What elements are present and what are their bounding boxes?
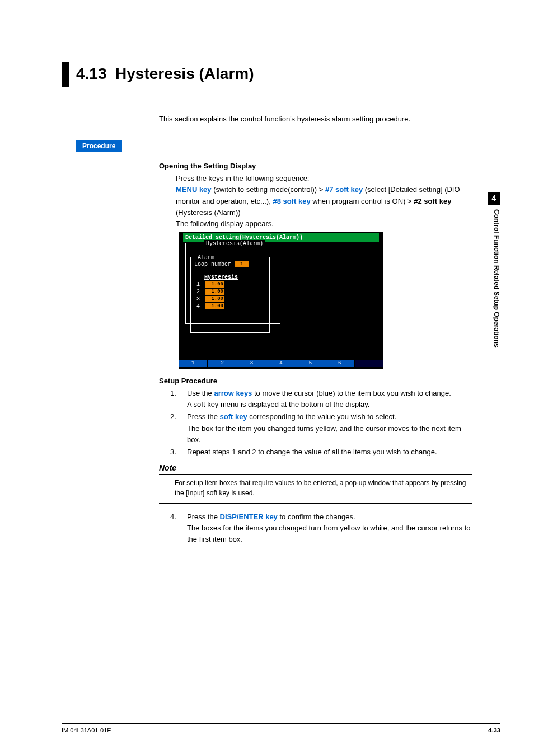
key-sequence: MENU key (switch to setting mode(control… [176, 184, 472, 218]
note-label-text: Note [159, 463, 176, 472]
intro-text: This section explains the control functi… [159, 114, 472, 125]
fig-softkey: 6 [325, 360, 354, 367]
footer-page-number: 4-33 [488, 727, 500, 734]
seq-text-1: (switch to setting mode(control)) > [212, 185, 325, 194]
step-4-pre: Press the [187, 513, 220, 521]
steps-list: 1.Use the arrow keys to move the cursor … [170, 388, 472, 458]
menu-key: MENU key [176, 185, 212, 194]
body-content: This section explains the control functi… [159, 114, 472, 125]
step-item: 2.Press the soft key corresponding to th… [170, 411, 472, 445]
seq-text-3: when program control is ON) > [311, 197, 414, 205]
settings-screenshot: Detailed setting(Hysteresis(Alarm)) Hyst… [179, 232, 383, 369]
fig-loop-value: 1 [235, 261, 249, 268]
step-num: 1. [170, 388, 187, 410]
fig-softkey: 3 [237, 360, 266, 367]
fig-hyst-header: Hysteresis [204, 274, 266, 281]
step-num: 3. [170, 447, 187, 458]
fig-hyst-rows: 11.0021.0031.0041.00 [194, 281, 266, 310]
softkey-7: #7 soft key [325, 185, 363, 194]
fig-hyst-row: 21.00 [196, 288, 266, 295]
fig-legend: Hysteresis(Alarm) [204, 240, 265, 248]
fig-softkey: 2 [208, 360, 237, 367]
footer-doc-id: IM 04L31A01-01E [62, 727, 111, 734]
fig-outer-box: Hysteresis(Alarm) Alarm Loop number 1 Hy… [185, 243, 280, 324]
step-item: 3.Repeat steps 1 and 2 to change the val… [170, 447, 472, 458]
step-4-num: 4. [170, 511, 187, 545]
softkey-8: #8 soft key [273, 197, 310, 205]
fig-alarm-box: Alarm Loop number 1 Hysteresis 11.0021.0… [190, 257, 270, 333]
step-text: Use the arrow keys to move the cursor (b… [187, 388, 472, 410]
fig-softkey: 5 [296, 360, 325, 367]
page-footer: IM 04L31A01-01E 4-33 [62, 723, 500, 734]
fig-loop-row: Loop number 1 [194, 261, 266, 268]
opening-intro: Press the keys in the following sequence… [176, 173, 472, 184]
section-title: 4.13 Hysteresis (Alarm) [76, 62, 254, 87]
fig-hyst-row: 41.00 [196, 303, 266, 310]
section-number: 4.13 [76, 65, 107, 82]
fig-softkey [355, 360, 383, 367]
note-block: For setup item boxes that require values… [159, 474, 472, 504]
fig-hyst-row: 11.00 [196, 281, 266, 288]
section-header: 4.13 Hysteresis (Alarm) [62, 62, 500, 88]
following-display-text: The following display appears. [176, 218, 472, 229]
step-4-post: to confirm the changes. [278, 513, 355, 521]
header-accent-bar [62, 62, 69, 87]
fig-alarm-legend: Alarm [195, 254, 217, 261]
step-4-text: Press the DISP/ENTER key to confirm the … [187, 511, 472, 545]
disp-enter-key: DISP/ENTER key [220, 513, 278, 521]
step-text: Press the soft key corresponding to the … [187, 411, 472, 445]
steps-list-continued: 4. Press the DISP/ENTER key to confirm t… [170, 511, 472, 545]
step-4-extra: The boxes for the items you changed turn… [187, 524, 471, 543]
fig-loop-label: Loop number [194, 261, 231, 268]
step-num: 2. [170, 411, 187, 445]
page-content: 4.13 Hysteresis (Alarm) This section exp… [0, 0, 534, 756]
fig-hyst-row: 31.00 [196, 295, 266, 303]
note-label: Note [159, 462, 472, 475]
step-4: 4. Press the DISP/ENTER key to confirm t… [170, 511, 472, 545]
setup-heading: Setup Procedure [159, 375, 472, 387]
seq-text-4: (Hysteresis (Alarm)) [176, 208, 241, 217]
fig-softkey: 4 [266, 360, 296, 367]
procedure-content: Opening the Setting Display Press the ke… [159, 161, 472, 545]
section-title-text: Hysteresis (Alarm) [115, 65, 254, 82]
opening-heading: Opening the Setting Display [159, 161, 472, 172]
fig-softkey-bar: 123456 [179, 360, 383, 367]
procedure-label: Procedure [76, 140, 122, 152]
opening-sequence: Press the keys in the following sequence… [176, 173, 472, 369]
fig-softkey: 1 [179, 360, 208, 367]
step-item: 1.Use the arrow keys to move the cursor … [170, 388, 472, 410]
fig-inner: Alarm Loop number 1 Hysteresis 11.0021.0… [190, 250, 270, 333]
step-text: Repeat steps 1 and 2 to change the value… [187, 447, 472, 458]
softkey-2: #2 soft key [414, 197, 451, 205]
